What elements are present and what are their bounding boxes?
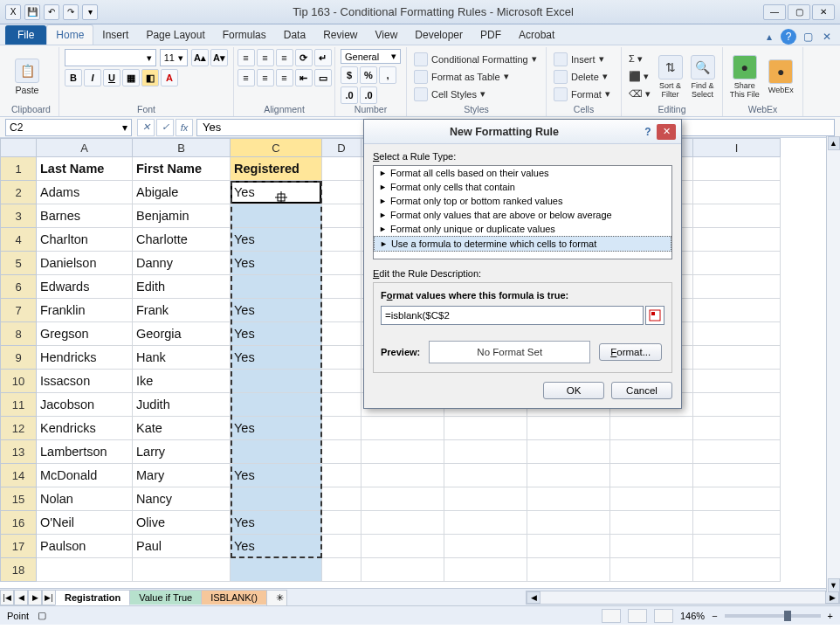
cell[interactable] <box>527 558 610 582</box>
decrease-indent-icon[interactable]: ⇤ <box>295 69 313 86</box>
cell[interactable]: Kendricks <box>37 417 133 440</box>
tab-developer[interactable]: Developer <box>406 25 472 45</box>
zoom-slider[interactable] <box>725 614 821 618</box>
cell[interactable]: Kate <box>133 417 231 440</box>
row-header[interactable]: 15 <box>0 487 37 511</box>
cell[interactable] <box>693 464 781 487</box>
cell[interactable]: Nancy <box>133 487 231 511</box>
dialog-title-bar[interactable]: New Formatting Rule ? ✕ <box>364 120 681 144</box>
sheet-tab-isblank[interactable]: ISBLANK() <box>201 590 267 605</box>
webex-button[interactable]: ●WebEx <box>765 59 798 94</box>
merge-icon[interactable]: ▭ <box>314 69 332 86</box>
fx-icon[interactable]: fx <box>176 119 193 136</box>
cell[interactable] <box>361 511 444 535</box>
tab-acrobat[interactable]: Acrobat <box>510 25 563 45</box>
row-header[interactable]: 16 <box>0 511 37 535</box>
font-color-button[interactable]: A <box>161 69 178 86</box>
decrease-font-icon[interactable]: A▾ <box>210 49 228 66</box>
cell[interactable] <box>322 299 361 322</box>
clear-button[interactable]: ⌫ ▾ <box>627 86 652 102</box>
cell[interactable]: Danny <box>133 252 231 275</box>
tab-view[interactable]: View <box>367 25 407 45</box>
cell[interactable]: Hendricks <box>37 346 133 370</box>
cell[interactable]: Yes <box>231 322 322 346</box>
align-middle-icon[interactable]: ≡ <box>257 49 274 66</box>
align-center-icon[interactable]: ≡ <box>257 69 274 86</box>
cell[interactable]: Georgia <box>133 322 231 346</box>
cell[interactable] <box>444 440 527 464</box>
fill-button[interactable]: ⬛ ▾ <box>627 69 652 85</box>
cell[interactable]: Edwards <box>37 275 133 299</box>
window-restore-icon[interactable]: ▢ <box>800 29 816 45</box>
row-header[interactable]: 6 <box>0 275 37 299</box>
cell[interactable]: Yes <box>231 228 322 252</box>
cell[interactable] <box>322 228 361 252</box>
cell[interactable] <box>322 558 361 582</box>
cell[interactable]: Barnes <box>37 204 133 228</box>
tab-page-layout[interactable]: Page Layout <box>137 25 213 45</box>
border-button[interactable]: ▦ <box>122 69 140 86</box>
cell[interactable]: Larry <box>133 440 231 464</box>
cell[interactable] <box>322 511 361 535</box>
cell[interactable] <box>693 370 781 393</box>
page-break-view-button[interactable] <box>654 609 673 623</box>
rule-type-item[interactable]: ►Format only top or bottom ranked values <box>374 194 671 208</box>
cell[interactable] <box>444 487 527 511</box>
cell[interactable] <box>527 511 610 535</box>
rule-type-item[interactable]: ►Format all cells based on their values <box>374 166 671 180</box>
row-header[interactable]: 17 <box>0 535 37 558</box>
cell[interactable] <box>693 487 781 511</box>
cell[interactable] <box>444 464 527 487</box>
sheet-tab-registration[interactable]: Registration <box>55 590 130 605</box>
cell[interactable] <box>133 558 231 582</box>
increase-decimal-icon[interactable]: .0 <box>341 86 358 104</box>
cell[interactable] <box>361 440 444 464</box>
row-header[interactable]: 18 <box>0 558 37 582</box>
font-name-selector[interactable]: ▾ <box>65 49 156 66</box>
cell[interactable] <box>231 558 322 582</box>
cell[interactable] <box>322 464 361 487</box>
zoom-in-button[interactable]: + <box>828 611 833 621</box>
number-format-selector[interactable]: General▾ <box>341 49 401 64</box>
cell[interactable]: Yes <box>231 511 322 535</box>
tab-review[interactable]: Review <box>314 25 366 45</box>
cell[interactable] <box>361 417 444 440</box>
cell[interactable] <box>693 558 781 582</box>
cell[interactable] <box>693 228 781 252</box>
currency-icon[interactable]: $ <box>341 66 358 84</box>
cell[interactable]: Abigale <box>133 181 231 204</box>
comma-icon[interactable]: , <box>379 66 396 84</box>
cell[interactable] <box>231 487 322 511</box>
cell[interactable]: Yes <box>231 181 322 204</box>
cell[interactable] <box>693 535 781 558</box>
cell[interactable]: Danielson <box>37 252 133 275</box>
cell[interactable] <box>610 558 693 582</box>
cell[interactable] <box>693 252 781 275</box>
conditional-formatting-button[interactable]: Conditional Formatting ▾ <box>412 52 539 67</box>
autosum-button[interactable]: Σ ▾ <box>627 52 652 67</box>
cell[interactable]: Paulson <box>37 535 133 558</box>
cell[interactable]: First Name <box>133 157 231 181</box>
scroll-left-icon[interactable]: ◀ <box>527 591 540 604</box>
rule-type-item[interactable]: ►Format only unique or duplicate values <box>374 222 671 236</box>
scroll-up-icon[interactable]: ▲ <box>828 136 840 150</box>
tab-insert[interactable]: Insert <box>93 25 137 45</box>
new-sheet-button[interactable]: ✳ <box>266 590 287 605</box>
name-box[interactable]: C2▾ <box>5 119 132 136</box>
cell[interactable] <box>322 346 361 370</box>
cell[interactable] <box>361 464 444 487</box>
cell[interactable] <box>361 558 444 582</box>
zoom-out-button[interactable]: − <box>712 611 717 621</box>
cell[interactable] <box>610 440 693 464</box>
row-header[interactable]: 10 <box>0 370 37 393</box>
dialog-help-button[interactable]: ? <box>639 124 657 140</box>
enter-formula-icon[interactable]: ✓ <box>156 119 174 136</box>
excel-icon[interactable]: X <box>5 4 21 20</box>
cell[interactable] <box>610 535 693 558</box>
cell[interactable]: Last Name <box>37 157 133 181</box>
cell[interactable] <box>693 275 781 299</box>
column-header[interactable]: D <box>322 138 361 157</box>
minimize-ribbon-icon[interactable]: ▴ <box>761 29 777 45</box>
qat-dropdown-icon[interactable]: ▾ <box>82 4 98 20</box>
sort-filter-button[interactable]: ⇅Sort & Filter <box>656 55 685 99</box>
